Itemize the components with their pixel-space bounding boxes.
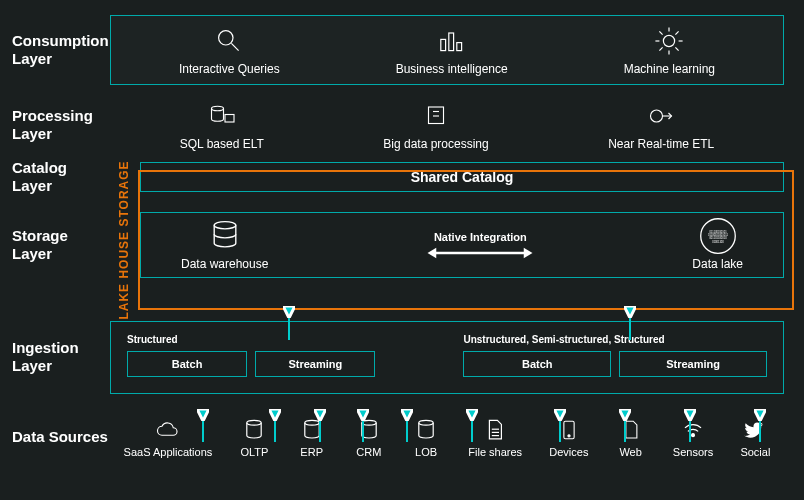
svg-text:01100101001011: 01100101001011	[708, 233, 729, 237]
storage-panel: Data warehouse Native Integration 011100…	[140, 212, 784, 278]
src-fileshares: File shares	[468, 416, 522, 458]
processing-panel: SQL based ELT Big data processing Near R…	[110, 91, 784, 159]
svg-point-30	[247, 420, 261, 425]
shared-catalog: Shared Catalog	[140, 162, 784, 192]
magnifier-icon	[210, 24, 248, 58]
consumption-panel: Interactive Queries Business intelligenc…	[110, 15, 784, 85]
svg-rect-15	[225, 115, 234, 123]
db-icon	[354, 416, 384, 444]
svg-text:01001100: 01001100	[712, 240, 724, 244]
db-icon	[411, 416, 441, 444]
unstructured-group: Unstructured, Semi-structured, Structure…	[453, 328, 777, 387]
device-icon	[554, 416, 584, 444]
db-icon	[239, 416, 269, 444]
svg-point-39	[692, 434, 695, 437]
svg-marker-23	[428, 247, 437, 258]
realtime-icon	[642, 99, 680, 133]
svg-rect-3	[448, 33, 453, 51]
svg-point-31	[304, 420, 318, 425]
svg-point-33	[419, 420, 433, 425]
src-saas: SaaS Applications	[124, 416, 213, 458]
src-erp: ERP	[297, 416, 327, 458]
bigdata-icon	[417, 99, 455, 133]
svg-text:001101100010: 001101100010	[709, 236, 727, 240]
catalog-layer-label: Catalog Layer	[0, 159, 110, 195]
streaming-box: Streaming	[255, 351, 375, 377]
svg-point-38	[568, 435, 570, 437]
lake-house-diagram: Consumption Layer Interactive Queries Bu…	[0, 0, 804, 500]
svg-line-1	[232, 43, 239, 50]
streaming-box-2: Streaming	[619, 351, 767, 377]
lightbulb-icon	[650, 24, 688, 58]
web-icon	[616, 416, 646, 444]
sources-panel: SaaS Applications OLTP ERP CRM LOB File …	[110, 416, 784, 458]
twitter-icon	[740, 416, 770, 444]
data-sources-label: Data Sources	[0, 428, 110, 446]
batch-box-2: Batch	[463, 351, 611, 377]
database-icon	[206, 219, 244, 253]
barchart-icon	[433, 24, 471, 58]
processing-layer-label: Processing Layer	[0, 107, 110, 143]
batch-box: Batch	[127, 351, 247, 377]
svg-rect-2	[440, 39, 445, 50]
native-integration: Native Integration	[420, 231, 540, 260]
machine-learning: Machine learning	[624, 24, 715, 76]
file-icon	[480, 416, 510, 444]
sql-elt: SQL based ELT	[180, 99, 264, 151]
wireless-icon	[678, 416, 708, 444]
svg-line-11	[676, 47, 679, 50]
svg-rect-4	[456, 43, 461, 51]
src-lob: LOB	[411, 416, 441, 458]
lake-house-storage-label: LAKE HOUSE STORAGE	[110, 170, 138, 310]
src-web: Web	[616, 416, 646, 458]
structured-group: Structured Batch Streaming	[117, 328, 385, 387]
consumption-layer-label: Consumption Layer	[0, 32, 110, 68]
near-realtime-etl: Near Real-time ETL	[608, 99, 714, 151]
svg-text:011100010101: 011100010101	[709, 230, 727, 234]
svg-line-10	[660, 31, 663, 34]
svg-point-5	[664, 35, 675, 46]
src-social: Social	[740, 416, 770, 458]
storage-layer-label: Storage Layer	[0, 227, 110, 263]
bidirectional-arrow-icon	[420, 246, 540, 260]
svg-point-0	[219, 31, 233, 45]
datalake-icon: 0111000101010110010100101100110110001001…	[699, 219, 737, 253]
cloud-icon	[153, 416, 183, 444]
business-intelligence: Business intelligence	[396, 24, 508, 76]
ingestion-layer-label: Ingestion Layer	[0, 339, 110, 375]
data-lake: 0111000101010110010100101100110110001001…	[692, 219, 743, 271]
src-devices: Devices	[549, 416, 588, 458]
data-warehouse: Data warehouse	[181, 219, 268, 271]
ingestion-panel: Structured Batch Streaming Unstructured,…	[110, 321, 784, 394]
svg-line-12	[676, 31, 679, 34]
svg-point-14	[211, 106, 223, 111]
svg-marker-24	[524, 247, 533, 258]
svg-line-13	[660, 47, 663, 50]
interactive-queries: Interactive Queries	[179, 24, 280, 76]
svg-point-19	[651, 110, 663, 122]
src-crm: CRM	[354, 416, 384, 458]
svg-point-32	[362, 420, 376, 425]
svg-rect-16	[429, 107, 444, 124]
src-sensors: Sensors	[673, 416, 713, 458]
svg-point-21	[214, 222, 236, 229]
big-data-processing: Big data processing	[383, 99, 488, 151]
src-oltp: OLTP	[239, 416, 269, 458]
database-sql-icon	[203, 99, 241, 133]
db-icon	[297, 416, 327, 444]
